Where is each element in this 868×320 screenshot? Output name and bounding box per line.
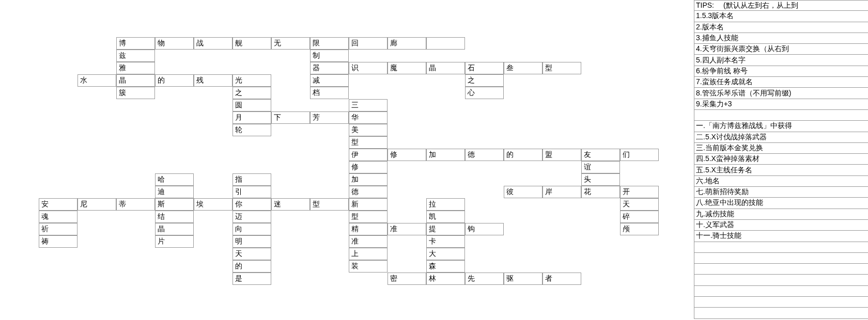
crossword-cell[interactable]: 林 (426, 273, 465, 285)
crossword-cell[interactable]: 你 (233, 198, 271, 211)
crossword-cell[interactable]: 的 (155, 74, 194, 87)
crossword-cell[interactable]: 晶 (155, 223, 194, 235)
crossword-cell[interactable]: 迷 (271, 198, 310, 211)
crossword-cell[interactable]: 片 (155, 235, 194, 248)
crossword-cell[interactable]: 制 (310, 50, 349, 62)
crossword-cell[interactable]: 天 (233, 248, 271, 260)
crossword-cell[interactable]: 斯 (155, 198, 194, 211)
crossword-cell[interactable]: 簇 (116, 87, 155, 99)
crossword-cell[interactable]: 祈 (39, 223, 78, 235)
crossword-cell[interactable]: 指 (233, 173, 271, 186)
crossword-cell[interactable]: 叁 (504, 62, 542, 74)
crossword-cell[interactable]: 轮 (233, 124, 271, 136)
crossword-cell[interactable]: 哈 (155, 173, 194, 186)
crossword-cell[interactable]: 颅 (620, 223, 659, 235)
crossword-cell[interactable]: 是 (233, 273, 271, 285)
crossword-cell[interactable]: 三 (349, 99, 388, 111)
crossword-cell[interactable]: 廊 (388, 37, 426, 50)
crossword-cell[interactable]: 残 (194, 74, 233, 87)
crossword-cell[interactable]: 准 (388, 223, 426, 235)
crossword-cell[interactable]: 晶 (116, 74, 155, 87)
crossword-cell[interactable]: 兹 (116, 50, 155, 62)
crossword-cell[interactable]: 头 (581, 173, 620, 186)
crossword-cell[interactable]: 向 (233, 223, 271, 235)
crossword-cell[interactable]: 拉 (426, 198, 465, 211)
crossword-cell[interactable]: 精 (349, 223, 388, 235)
crossword-cell[interactable]: 战 (194, 37, 233, 50)
crossword-cell[interactable]: 器 (310, 62, 349, 74)
crossword-cell[interactable]: 装 (349, 260, 388, 273)
crossword-cell[interactable]: 祷 (39, 235, 78, 248)
crossword-cell[interactable]: 友 (581, 149, 620, 161)
crossword-cell[interactable]: 迪 (155, 186, 194, 198)
crossword-cell[interactable]: 先 (465, 273, 504, 285)
crossword-cell[interactable]: 花 (581, 186, 620, 198)
crossword-cell[interactable]: 物 (155, 37, 194, 50)
crossword-cell[interactable]: 结 (155, 211, 194, 223)
crossword-cell[interactable]: 者 (542, 273, 581, 285)
crossword-cell[interactable]: 天 (620, 198, 659, 211)
crossword-cell[interactable]: 钩 (465, 223, 504, 235)
crossword-cell[interactable]: 提 (426, 223, 465, 235)
crossword-cell[interactable]: 开 (620, 186, 659, 198)
crossword-cell[interactable]: 水 (78, 74, 116, 87)
crossword-cell[interactable]: 下 (271, 111, 310, 124)
crossword-cell[interactable]: 岸 (542, 186, 581, 198)
crossword-cell[interactable]: 回 (349, 37, 388, 50)
crossword-cell[interactable]: 上 (349, 248, 388, 260)
crossword-cell[interactable]: 美 (349, 124, 388, 136)
crossword-cell[interactable]: 彼 (504, 186, 542, 198)
crossword-cell[interactable]: 加 (426, 149, 465, 161)
crossword-cell[interactable]: 盟 (542, 149, 581, 161)
crossword-cell[interactable]: 修 (349, 161, 388, 173)
crossword-cell[interactable]: 的 (233, 260, 271, 273)
crossword-cell[interactable]: 森 (426, 260, 465, 273)
crossword-cell[interactable]: 的 (504, 149, 542, 161)
crossword-cell[interactable]: 石 (465, 62, 504, 74)
crossword-cell[interactable]: 伊 (349, 149, 388, 161)
crossword-cell[interactable]: 驱 (504, 273, 542, 285)
crossword-cell[interactable]: 光 (233, 74, 271, 87)
crossword-cell[interactable]: 心 (465, 87, 504, 99)
crossword-cell[interactable]: 芳 (310, 111, 349, 124)
crossword-cell[interactable]: 准 (349, 235, 388, 248)
crossword-cell[interactable]: 无 (271, 37, 310, 50)
crossword-cell[interactable]: 加 (349, 173, 388, 186)
crossword-cell[interactable]: 新 (349, 198, 388, 211)
crossword-cell[interactable]: 型 (542, 62, 581, 74)
crossword-cell[interactable]: 修 (388, 149, 426, 161)
crossword-cell[interactable]: 密 (388, 273, 426, 285)
crossword-cell[interactable]: 魔 (388, 62, 426, 74)
crossword-cell[interactable]: 博 (116, 37, 155, 50)
crossword-cell[interactable]: 德 (349, 186, 388, 198)
crossword-cell[interactable]: 埃 (194, 198, 233, 211)
crossword-cell[interactable]: 减 (310, 74, 349, 87)
crossword-cell[interactable]: 迈 (233, 211, 271, 223)
crossword-cell[interactable]: 档 (310, 87, 349, 99)
crossword-cell[interactable]: 限 (310, 37, 349, 50)
crossword-cell[interactable]: 尼 (78, 198, 116, 211)
crossword-cell[interactable]: 蒂 (116, 198, 155, 211)
crossword-cell[interactable]: 舰 (233, 37, 271, 50)
crossword-cell[interactable]: 识 (349, 62, 388, 74)
crossword-cell[interactable]: 大 (426, 248, 465, 260)
crossword-cell[interactable]: 谊 (581, 161, 620, 173)
crossword-cell[interactable] (426, 37, 465, 50)
crossword-cell[interactable]: 魂 (39, 211, 78, 223)
crossword-cell[interactable]: 卡 (426, 235, 465, 248)
crossword-cell[interactable]: 型 (349, 211, 388, 223)
crossword-cell[interactable]: 型 (349, 136, 388, 149)
crossword-cell[interactable]: 凯 (426, 211, 465, 223)
crossword-cell[interactable]: 型 (310, 198, 349, 211)
crossword-cell[interactable]: 晶 (426, 62, 465, 74)
crossword-cell[interactable]: 碎 (620, 211, 659, 223)
crossword-cell[interactable]: 雅 (116, 62, 155, 74)
crossword-cell[interactable]: 德 (465, 149, 504, 161)
crossword-cell[interactable]: 月 (233, 111, 271, 124)
crossword-cell[interactable]: 引 (233, 186, 271, 198)
crossword-cell[interactable]: 之 (233, 87, 271, 99)
crossword-cell[interactable]: 圆 (233, 99, 271, 111)
crossword-cell[interactable]: 安 (39, 198, 78, 211)
crossword-cell[interactable]: 们 (620, 149, 659, 161)
crossword-cell[interactable]: 华 (349, 111, 388, 124)
